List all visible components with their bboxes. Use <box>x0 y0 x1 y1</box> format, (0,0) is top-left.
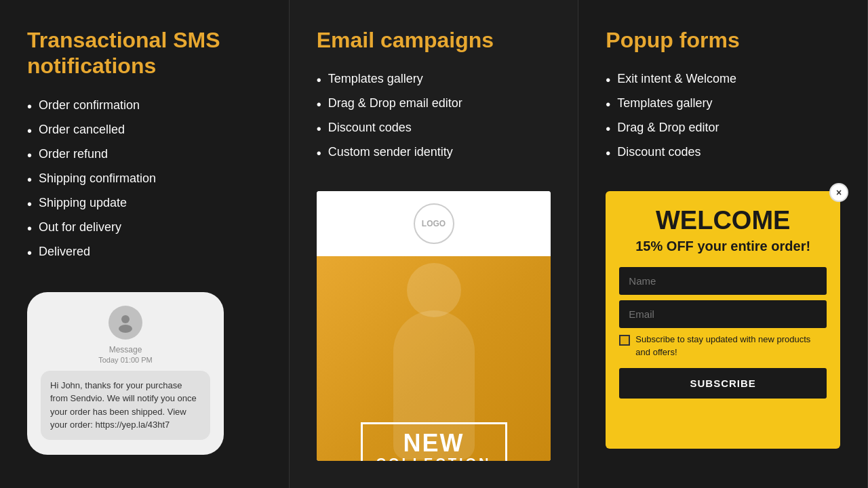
popup-title: Popup forms <box>606 27 840 53</box>
email-list-item: Templates gallery <box>317 72 551 88</box>
popup-welcome-text: WELCOME <box>619 207 827 233</box>
email-list-item: Custom sender identity <box>317 145 551 161</box>
popup-features-list: Exit intent & WelcomeTemplates galleryDr… <box>606 72 840 169</box>
popup-offer-text: 15% OFF your entire order! <box>619 237 827 255</box>
sms-list-item: Order confirmation <box>27 98 262 115</box>
popup-subscribe-button[interactable]: SUBSCRIBE <box>619 368 827 399</box>
phone-message-bubble: Hi John, thanks for your purchase from S… <box>41 371 210 440</box>
new-collection-box: NEW COLLECTION <box>361 422 507 461</box>
popup-list-item: Templates gallery <box>606 96 840 113</box>
email-section: Email campaigns Templates galleryDrag & … <box>290 0 579 488</box>
popup-list-item: Exit intent & Welcome <box>606 72 840 88</box>
email-preview-header: LOGO <box>317 191 551 256</box>
sms-list-item: Shipping confirmation <box>27 171 262 188</box>
popup-checkbox-row: Subscribe to stay updated with new produ… <box>619 333 827 358</box>
email-list-item: Drag & Drop email editor <box>317 96 551 113</box>
email-preview: LOGO NEW COLLECTION <box>317 191 551 461</box>
collection-sub-label: COLLECTION <box>376 455 492 461</box>
person-icon <box>115 312 136 333</box>
sms-section: Transactional SMS notifications Order co… <box>0 0 290 488</box>
sms-list-item: Shipping update <box>27 196 262 212</box>
email-title: Email campaigns <box>317 27 551 53</box>
sms-features-list: Order confirmationOrder cancelledOrder r… <box>27 98 262 269</box>
sms-title: Transactional SMS notifications <box>27 27 262 79</box>
email-preview-image: NEW COLLECTION <box>317 256 551 461</box>
popup-list-item: Discount codes <box>606 145 840 161</box>
svg-point-0 <box>121 315 130 323</box>
sms-list-item: Out for delivery <box>27 220 262 237</box>
sms-list-item: Order refund <box>27 147 262 163</box>
popup-section: Popup forms Exit intent & WelcomeTemplat… <box>578 0 868 488</box>
popup-list-item: Drag & Drop editor <box>606 121 840 137</box>
popup-name-input[interactable] <box>619 267 827 295</box>
email-list-item: Discount codes <box>317 121 551 137</box>
popup-email-input[interactable] <box>619 300 827 328</box>
phone-sender-label: Message <box>109 345 142 354</box>
sms-list-item: Delivered <box>27 245 262 261</box>
phone-timestamp: Today 01:00 PM <box>98 356 153 364</box>
popup-checkbox-label: Subscribe to stay updated with new produ… <box>635 333 827 358</box>
svg-point-1 <box>119 325 132 333</box>
phone-avatar <box>108 306 142 340</box>
sms-list-item: Order cancelled <box>27 123 262 139</box>
popup-checkbox[interactable] <box>619 335 630 346</box>
email-logo: LOGO <box>414 203 454 244</box>
new-collection-label: NEW <box>376 431 492 455</box>
popup-preview: × WELCOME 15% OFF your entire order! Sub… <box>606 191 840 449</box>
phone-mockup: Message Today 01:00 PM Hi John, thanks f… <box>27 292 224 455</box>
email-features-list: Templates galleryDrag & Drop email edito… <box>317 72 551 169</box>
popup-close-button[interactable]: × <box>829 183 848 202</box>
